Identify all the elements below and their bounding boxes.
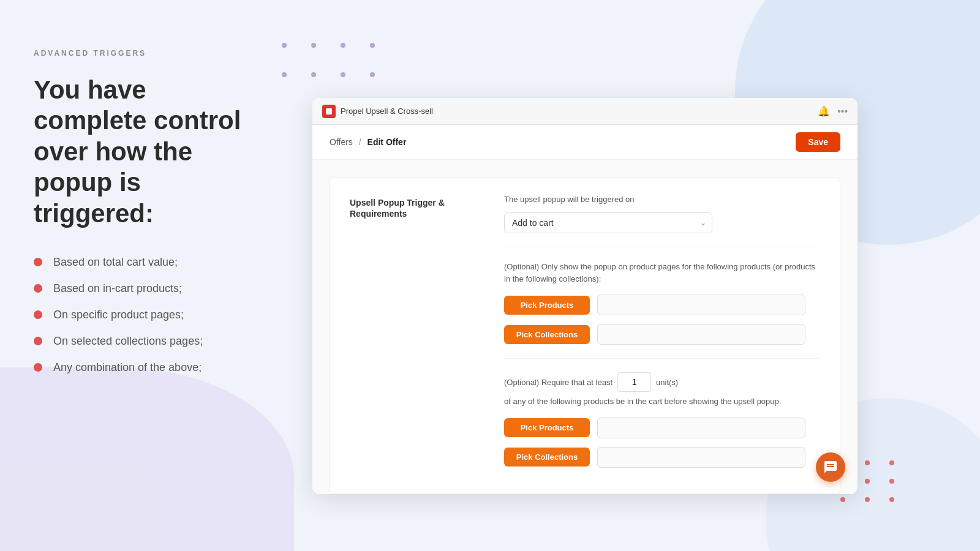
app-name: Propel Upsell & Cross-sell [341,107,433,116]
pick-products-input-2 [597,418,805,438]
unit-label: unit(s) [656,378,678,387]
section-divider [504,247,820,247]
bullet-dot [34,310,42,319]
section-divider-2 [504,358,820,359]
bullet-dot [34,284,42,293]
app-icon [322,105,336,118]
optional-section-1: (Optional) Only show the popup on produc… [504,261,820,345]
pick-collections-button-2[interactable]: Pick Collections [504,448,590,467]
app-brand: Propel Upsell & Cross-sell [322,105,433,118]
chat-icon [823,460,838,474]
require-suffix: of any of the following products be in t… [504,395,820,408]
pick-products-button-1[interactable]: Pick Products [504,296,590,315]
dots-decoration [282,43,375,102]
form-label-col: Upsell Popup Trigger & Requirements [350,195,484,219]
bell-icon[interactable]: 🔔 [818,105,830,117]
list-item: Based on total cart value; [34,256,260,269]
pick-collections-row-1: Pick Collections [504,324,820,345]
bullet-list: Based on total cart value; Based on in-c… [34,256,260,374]
browser-titlebar: Propel Upsell & Cross-sell 🔔 ••• [312,98,858,125]
trigger-select[interactable]: Add to cart Page load Exit intent [504,212,712,233]
list-item: Based on in-cart products; [34,282,260,295]
pick-collections-row-2: Pick Collections [504,447,820,468]
list-item: Any combination of the above; [34,361,260,374]
form-row-trigger: Upsell Popup Trigger & Requirements The … [350,195,820,476]
app-icon-inner [326,108,332,114]
trigger-description: The upsell popup will be triggered on [504,195,820,204]
more-options-icon[interactable]: ••• [837,106,848,117]
pick-collections-input-2 [597,447,805,468]
save-button[interactable]: Save [796,132,840,152]
require-prefix: (Optional) Require that at least [504,378,612,387]
section-title: Upsell Popup Trigger & Requirements [350,198,445,219]
pick-collections-input-1 [597,324,805,345]
pick-collections-button-1[interactable]: Pick Collections [504,325,590,344]
require-quantity-input[interactable] [617,372,651,392]
list-item: On specific product pages; [34,309,260,321]
bullet-dot [34,363,42,372]
bullet-text: On specific product pages; [53,309,184,321]
breadcrumb: Offers / Edit Offer [330,137,406,147]
titlebar-actions: 🔔 ••• [818,105,848,117]
pick-products-input-1 [597,294,805,315]
main-content: Upsell Popup Trigger & Requirements The … [312,160,858,494]
form-fields-col: The upsell popup will be triggered on Ad… [504,195,820,476]
form-section: Upsell Popup Trigger & Requirements The … [330,177,840,494]
pick-products-button-2[interactable]: Pick Products [504,418,590,437]
breadcrumb-bar: Offers / Edit Offer Save [312,125,858,160]
bullet-text: Based on in-cart products; [53,282,182,295]
trigger-select-wrapper: Add to cart Page load Exit intent ⌄ [504,212,712,233]
breadcrumb-current: Edit Offer [368,137,407,147]
bullet-text: Based on total cart value; [53,256,178,269]
bullet-text: On selected collections pages; [53,335,203,348]
bullet-dot [34,337,42,345]
main-heading: You have complete control over how the p… [34,75,260,229]
chat-button[interactable] [816,452,845,482]
bullet-dot [34,258,42,266]
browser-window: Propel Upsell & Cross-sell 🔔 ••• Offers … [312,98,858,494]
breadcrumb-separator: / [359,137,361,147]
section-label: ADVANCED TRIGGERS [34,49,260,58]
pick-products-row-2: Pick Products [504,418,820,438]
breadcrumb-link[interactable]: Offers [330,137,353,147]
require-row: (Optional) Require that at least unit(s) [504,372,820,392]
optional-desc-1: (Optional) Only show the popup on produc… [504,261,820,285]
optional-section-2: (Optional) Require that at least unit(s)… [504,372,820,468]
left-panel: ADVANCED TRIGGERS You have complete cont… [0,0,294,551]
pick-products-row-1: Pick Products [504,294,820,315]
list-item: On selected collections pages; [34,335,260,348]
bullet-text: Any combination of the above; [53,361,202,374]
